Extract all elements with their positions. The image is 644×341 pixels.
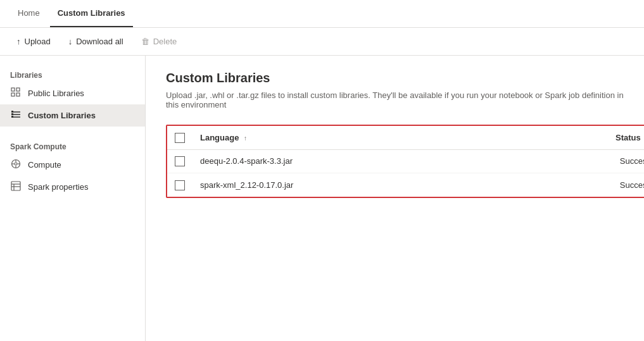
top-nav: Home Custom Libraries	[0, 0, 644, 28]
main-layout: Libraries Public Libraries	[0, 56, 644, 341]
spark-properties-icon	[10, 181, 22, 193]
header-language[interactable]: Language ↑	[193, 126, 608, 149]
table-header-row: Language ↑ Status	[167, 126, 644, 149]
row2-checkbox-cell	[167, 173, 193, 197]
sort-icon: ↑	[244, 135, 247, 142]
page-title: Custom Libraries	[166, 71, 624, 85]
sidebar-item-public-libraries-label: Public Libraries	[28, 89, 84, 98]
header-status: Status	[608, 126, 644, 149]
header-checkbox-cell	[167, 126, 193, 149]
nav-home[interactable]: Home	[10, 0, 47, 27]
select-all-checkbox[interactable]	[175, 133, 185, 143]
svg-point-11	[15, 163, 17, 165]
svg-rect-2	[11, 93, 15, 96]
sidebar-item-compute[interactable]: Compute	[0, 154, 145, 176]
sidebar-item-compute-label: Compute	[28, 160, 61, 170]
sidebar-item-spark-properties[interactable]: Spark properties	[0, 176, 145, 198]
table-row: deequ-2.0.4-spark-3.3.jar Success	[167, 149, 644, 173]
sidebar-item-custom-libraries[interactable]: Custom Libraries	[0, 104, 145, 127]
row1-status: Success	[608, 149, 644, 173]
delete-button[interactable]: 🗑 Delete	[135, 33, 184, 50]
svg-rect-16	[11, 182, 20, 190]
spark-section-label: Spark Compute	[0, 137, 145, 154]
download-icon: ↓	[68, 37, 73, 46]
delete-icon: 🗑	[141, 37, 149, 46]
libraries-table-container: Language ↑ Status deequ-2.0.4-spark-3.3.…	[166, 125, 644, 198]
svg-rect-3	[16, 93, 20, 96]
libraries-table: Language ↑ Status deequ-2.0.4-spark-3.3.…	[167, 126, 644, 197]
svg-rect-8	[11, 113, 13, 115]
row1-checkbox[interactable]	[175, 156, 185, 166]
public-libraries-icon	[10, 87, 22, 99]
sidebar-item-custom-libraries-label: Custom Libraries	[28, 111, 96, 120]
compute-icon	[10, 159, 22, 171]
svg-rect-0	[11, 88, 15, 91]
page-description: Upload .jar, .whl or .tar.gz files to in…	[166, 90, 624, 109]
row1-filename: deequ-2.0.4-spark-3.3.jar	[193, 149, 608, 173]
toolbar: ↑ Upload ↓ Download all 🗑 Delete	[0, 28, 644, 56]
upload-icon: ↑	[16, 37, 21, 46]
row1-checkbox-cell	[167, 149, 193, 173]
row2-checkbox[interactable]	[175, 180, 185, 190]
svg-rect-7	[11, 111, 13, 113]
custom-libraries-icon	[10, 109, 22, 121]
libraries-section-label: Libraries	[0, 66, 145, 82]
svg-rect-9	[11, 116, 13, 118]
download-all-button[interactable]: ↓ Download all	[62, 33, 130, 50]
sidebar-item-public-libraries[interactable]: Public Libraries	[0, 82, 145, 104]
row2-filename: spark-xml_2.12-0.17.0.jar	[193, 173, 608, 197]
table-row: spark-xml_2.12-0.17.0.jar Success	[167, 173, 644, 197]
row2-status: Success	[608, 173, 644, 197]
sidebar-item-spark-properties-label: Spark properties	[28, 182, 88, 192]
upload-button[interactable]: ↑ Upload	[10, 33, 57, 50]
sidebar: Libraries Public Libraries	[0, 56, 146, 341]
nav-custom-libraries[interactable]: Custom Libraries	[50, 0, 133, 27]
svg-rect-1	[16, 88, 20, 91]
content-area: Custom Libraries Upload .jar, .whl or .t…	[146, 56, 644, 341]
